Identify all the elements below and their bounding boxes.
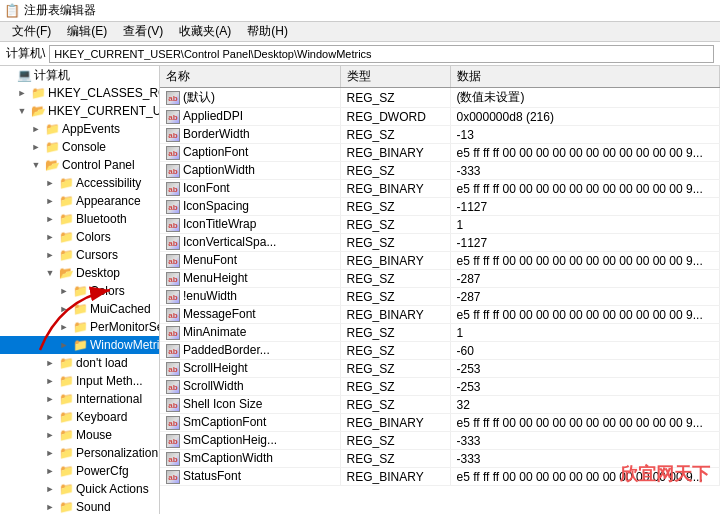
registry-type: REG_BINARY bbox=[340, 252, 450, 270]
tree-toggle[interactable]: ► bbox=[42, 358, 58, 368]
registry-row[interactable]: abSmCaptionHeig...REG_SZ-333 bbox=[160, 432, 720, 450]
tree-toggle[interactable]: ► bbox=[14, 88, 30, 98]
registry-row[interactable]: abIconTitleWrapREG_SZ1 bbox=[160, 216, 720, 234]
tree-toggle[interactable]: ► bbox=[56, 286, 72, 296]
registry-name: abIconSpacing bbox=[160, 198, 340, 216]
tree-toggle[interactable]: ► bbox=[42, 394, 58, 404]
column-header-type[interactable]: 类型 bbox=[340, 66, 450, 88]
tree-item-computer[interactable]: 💻计算机 bbox=[0, 66, 159, 84]
tree-item-quickactions[interactable]: ►📁Quick Actions bbox=[0, 480, 159, 498]
registry-row[interactable]: abMessageFontREG_BINARYe5 ff ff ff 00 00… bbox=[160, 306, 720, 324]
tree-toggle[interactable]: ► bbox=[56, 340, 72, 350]
entry-icon: ab bbox=[166, 470, 180, 484]
registry-row[interactable]: abMenuHeightREG_SZ-287 bbox=[160, 270, 720, 288]
registry-row[interactable]: abIconFontREG_BINARYe5 ff ff ff 00 00 00… bbox=[160, 180, 720, 198]
registry-type: REG_SZ bbox=[340, 396, 450, 414]
menu-item[interactable]: 文件(F) bbox=[4, 22, 59, 41]
tree-toggle[interactable]: ► bbox=[42, 214, 58, 224]
registry-row[interactable]: abCaptionFontREG_BINARYe5 ff ff ff 00 00… bbox=[160, 144, 720, 162]
registry-table: 名称类型数据 ab(默认)REG_SZ(数值未设置)abAppliedDPIRE… bbox=[160, 66, 720, 486]
tree-item-console[interactable]: ►📁Console bbox=[0, 138, 159, 156]
tree-item-accessibility[interactable]: ►📁Accessibility bbox=[0, 174, 159, 192]
tree-item-windowmetrics[interactable]: ►📁WindowMetrics bbox=[0, 336, 159, 354]
tree-item-colors[interactable]: ►📁Colors bbox=[0, 228, 159, 246]
registry-name: abIconVerticalSpa... bbox=[160, 234, 340, 252]
registry-row[interactable]: abCaptionWidthREG_SZ-333 bbox=[160, 162, 720, 180]
registry-row[interactable]: abScrollHeightREG_SZ-253 bbox=[160, 360, 720, 378]
registry-row[interactable]: ab(默认)REG_SZ(数值未设置) bbox=[160, 88, 720, 108]
tree-item-appearance[interactable]: ►📁Appearance bbox=[0, 192, 159, 210]
tree-item-desktopcolors[interactable]: ►📁Colors bbox=[0, 282, 159, 300]
registry-type: REG_BINARY bbox=[340, 468, 450, 486]
tree-toggle[interactable]: ► bbox=[28, 124, 44, 134]
registry-data: e5 ff ff ff 00 00 00 00 00 00 00 00 00 0… bbox=[450, 252, 720, 270]
tree-item-mouse[interactable]: ►📁Mouse bbox=[0, 426, 159, 444]
tree-item-sound[interactable]: ►📁Sound bbox=[0, 498, 159, 514]
tree-item-desktop[interactable]: ▼📂Desktop bbox=[0, 264, 159, 282]
registry-row[interactable]: abSmCaptionWidthREG_SZ-333 bbox=[160, 450, 720, 468]
tree-item-bluetooth[interactable]: ►📁Bluetooth bbox=[0, 210, 159, 228]
tree-panel[interactable]: 💻计算机►📁HKEY_CLASSES_ROOT▼📂HKEY_CURRENT_US… bbox=[0, 66, 160, 514]
title-bar-icon: 📋 bbox=[4, 3, 20, 18]
tree-toggle[interactable]: ► bbox=[56, 304, 72, 314]
menu-item[interactable]: 帮助(H) bbox=[239, 22, 296, 41]
tree-toggle[interactable]: ► bbox=[42, 232, 58, 242]
registry-row[interactable]: abIconSpacingREG_SZ-1127 bbox=[160, 198, 720, 216]
registry-name: abMenuFont bbox=[160, 252, 340, 270]
folder-icon: 📁 bbox=[72, 320, 88, 334]
registry-row[interactable]: ab!enuWidthREG_SZ-287 bbox=[160, 288, 720, 306]
registry-row[interactable]: abPaddedBorder...REG_SZ-60 bbox=[160, 342, 720, 360]
tree-item-keyboard[interactable]: ►📁Keyboard bbox=[0, 408, 159, 426]
registry-type: REG_SZ bbox=[340, 432, 450, 450]
registry-row[interactable]: abMinAnimateREG_SZ1 bbox=[160, 324, 720, 342]
tree-toggle[interactable]: ► bbox=[42, 196, 58, 206]
tree-toggle[interactable]: ► bbox=[42, 484, 58, 494]
tree-toggle[interactable]: ► bbox=[42, 250, 58, 260]
tree-toggle[interactable]: ▼ bbox=[14, 106, 30, 116]
tree-toggle[interactable]: ► bbox=[42, 178, 58, 188]
registry-data: 0x000000d8 (216) bbox=[450, 108, 720, 126]
tree-item-cursors[interactable]: ►📁Cursors bbox=[0, 246, 159, 264]
tree-toggle[interactable]: ► bbox=[42, 448, 58, 458]
tree-toggle[interactable]: ► bbox=[42, 430, 58, 440]
tree-toggle[interactable]: ► bbox=[56, 322, 72, 332]
tree-item-inputmethod[interactable]: ►📁Input Meth... bbox=[0, 372, 159, 390]
address-input[interactable] bbox=[49, 45, 714, 63]
tree-toggle[interactable]: ► bbox=[42, 376, 58, 386]
title-bar-text: 注册表编辑器 bbox=[24, 2, 96, 19]
registry-row[interactable]: abSmCaptionFontREG_BINARYe5 ff ff ff 00 … bbox=[160, 414, 720, 432]
tree-item-powercfg[interactable]: ►📁PowerCfg bbox=[0, 462, 159, 480]
registry-type: REG_SZ bbox=[340, 324, 450, 342]
folder-icon: 📁 bbox=[58, 356, 74, 370]
folder-icon: 📁 bbox=[72, 302, 88, 316]
tree-toggle[interactable]: ► bbox=[42, 466, 58, 476]
tree-item-personalization[interactable]: ►📁Personalization bbox=[0, 444, 159, 462]
tree-toggle[interactable]: ▼ bbox=[28, 160, 44, 170]
column-header-data[interactable]: 数据 bbox=[450, 66, 720, 88]
tree-toggle[interactable]: ► bbox=[42, 502, 58, 512]
registry-row[interactable]: abBorderWidthREG_SZ-13 bbox=[160, 126, 720, 144]
menu-item[interactable]: 编辑(E) bbox=[59, 22, 115, 41]
registry-row[interactable]: abMenuFontREG_BINARYe5 ff ff ff 00 00 00… bbox=[160, 252, 720, 270]
registry-row[interactable]: abScrollWidthREG_SZ-253 bbox=[160, 378, 720, 396]
menu-item[interactable]: 收藏夹(A) bbox=[171, 22, 239, 41]
tree-item-dontload[interactable]: ►📁don't load bbox=[0, 354, 159, 372]
menu-item[interactable]: 查看(V) bbox=[115, 22, 171, 41]
column-header-name[interactable]: 名称 bbox=[160, 66, 340, 88]
tree-item-muicached[interactable]: ►📁MuiCached bbox=[0, 300, 159, 318]
registry-type: REG_SZ bbox=[340, 88, 450, 108]
tree-item-controlpanel[interactable]: ▼📂Control Panel bbox=[0, 156, 159, 174]
tree-item-appevents[interactable]: ►📁AppEvents bbox=[0, 120, 159, 138]
registry-row[interactable]: abShell Icon SizeREG_SZ32 bbox=[160, 396, 720, 414]
registry-row[interactable]: abIconVerticalSpa...REG_SZ-1127 bbox=[160, 234, 720, 252]
registry-row[interactable]: abStatusFontREG_BINARYe5 ff ff ff 00 00 … bbox=[160, 468, 720, 486]
tree-label: Colors bbox=[74, 230, 111, 244]
tree-item-permonitorsettings[interactable]: ►📁PerMonitorSettings bbox=[0, 318, 159, 336]
tree-toggle[interactable]: ▼ bbox=[42, 268, 58, 278]
tree-item-hkcr[interactable]: ►📁HKEY_CLASSES_ROOT bbox=[0, 84, 159, 102]
tree-toggle[interactable]: ► bbox=[42, 412, 58, 422]
tree-toggle[interactable]: ► bbox=[28, 142, 44, 152]
tree-item-hkcu[interactable]: ▼📂HKEY_CURRENT_USER bbox=[0, 102, 159, 120]
tree-item-international[interactable]: ►📁International bbox=[0, 390, 159, 408]
registry-row[interactable]: abAppliedDPIREG_DWORD0x000000d8 (216) bbox=[160, 108, 720, 126]
